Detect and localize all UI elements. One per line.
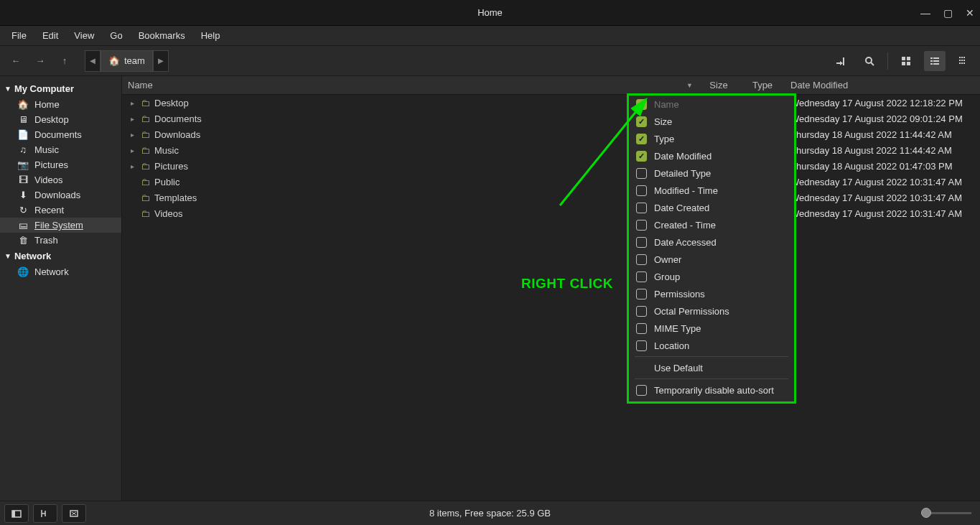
ctx-use-default[interactable]: Use Default bbox=[629, 359, 794, 376]
svg-rect-10 bbox=[933, 60, 939, 62]
folder-icon: 🗀 bbox=[141, 177, 150, 187]
minimize-button[interactable]: — bbox=[920, 7, 930, 19]
ctx-item-created-time[interactable]: Created - Time bbox=[629, 216, 794, 233]
sidebar: ▼My Computer🏠Home🖥Desktop📄Documents♫Musi… bbox=[0, 76, 122, 501]
column-header-size[interactable]: Size bbox=[699, 80, 739, 90]
expand-icon[interactable]: ▸ bbox=[128, 162, 136, 170]
menu-help[interactable]: Help bbox=[194, 27, 228, 44]
expand-icon[interactable]: ▸ bbox=[128, 115, 136, 123]
folder-icon: 🗀 bbox=[141, 145, 150, 156]
maximize-button[interactable]: ▢ bbox=[943, 7, 953, 19]
checkbox-icon bbox=[636, 271, 647, 282]
sidebar-item-downloads[interactable]: ⬇Downloads bbox=[0, 187, 121, 203]
checkbox-icon bbox=[636, 340, 647, 351]
sidebar-item-file-system[interactable]: 🖴File System bbox=[0, 218, 121, 233]
path-next-button[interactable]: ► bbox=[153, 50, 169, 72]
ctx-item-permissions[interactable]: Permissions bbox=[629, 285, 794, 302]
ctx-item-mime-type[interactable]: MIME Type bbox=[629, 320, 794, 337]
sidebar-item-trash[interactable]: 🗑Trash bbox=[0, 233, 121, 248]
folder-icon: 🗀 bbox=[141, 98, 150, 108]
sidebar-item-network[interactable]: 🌐Network bbox=[0, 264, 121, 279]
sidebar-item-home[interactable]: 🏠Home bbox=[0, 97, 121, 112]
ctx-item-owner[interactable]: Owner bbox=[629, 251, 794, 268]
menu-view[interactable]: View bbox=[67, 27, 101, 44]
close-sidebar-button[interactable] bbox=[62, 504, 86, 523]
menu-bookmarks[interactable]: Bookmarks bbox=[131, 27, 192, 44]
network-icon: 🌐 bbox=[17, 266, 29, 277]
column-header-date[interactable]: Date Modified bbox=[786, 80, 980, 90]
sidebar-item-documents[interactable]: 📄Documents bbox=[0, 127, 121, 142]
filesystem-icon: 🖴 bbox=[17, 220, 29, 231]
column-header-type[interactable]: Type bbox=[739, 80, 786, 90]
documents-icon: 📄 bbox=[17, 129, 29, 140]
show-tree-button[interactable] bbox=[33, 504, 57, 523]
ctx-item-detailed-type[interactable]: Detailed Type bbox=[629, 164, 794, 182]
checkbox-icon bbox=[636, 289, 647, 299]
sidebar-item-videos[interactable]: 🎞Videos bbox=[0, 172, 121, 187]
file-date: Wednesday 17 August 2022 09:01:24 PM bbox=[786, 113, 980, 124]
svg-rect-11 bbox=[930, 63, 933, 65]
svg-line-22 bbox=[560, 99, 646, 205]
back-button[interactable]: ← bbox=[6, 51, 26, 71]
file-date: Thursday 18 August 2022 11:44:42 AM bbox=[786, 129, 980, 140]
ctx-item-location[interactable]: Location bbox=[629, 337, 794, 354]
svg-rect-8 bbox=[933, 57, 939, 59]
checkbox-icon bbox=[636, 254, 647, 265]
file-name: Music bbox=[154, 145, 179, 156]
file-name: Downloads bbox=[154, 129, 200, 140]
recent-icon: ↻ bbox=[17, 205, 29, 215]
file-date: Wednesday 17 August 2022 10:31:47 AM bbox=[786, 208, 980, 219]
titlebar: Home — ▢ ✕ bbox=[0, 0, 980, 26]
separator bbox=[635, 378, 788, 379]
sidebar-group-header[interactable]: ▼My Computer bbox=[0, 80, 121, 97]
menu-go[interactable]: Go bbox=[103, 27, 129, 44]
downloads-icon: ⬇ bbox=[17, 190, 29, 200]
ctx-item-date-created[interactable]: Date Created bbox=[629, 199, 794, 216]
expand-icon[interactable]: ▸ bbox=[128, 147, 136, 154]
path-prev-button[interactable]: ◄ bbox=[85, 50, 101, 72]
sidebar-item-pictures[interactable]: 📷Pictures bbox=[0, 157, 121, 172]
zoom-slider[interactable] bbox=[921, 512, 971, 514]
sidebar-item-desktop[interactable]: 🖥Desktop bbox=[0, 112, 121, 127]
ctx-disable-autosort[interactable]: Temporarily disable auto-sort bbox=[629, 381, 794, 399]
toggle-location-button[interactable] bbox=[830, 51, 851, 71]
sidebar-group-header[interactable]: ▼Network bbox=[0, 248, 121, 264]
svg-rect-6 bbox=[907, 62, 910, 65]
folder-icon: 🗀 bbox=[141, 208, 150, 219]
expand-icon[interactable]: ▸ bbox=[128, 99, 136, 107]
ctx-item-group[interactable]: Group bbox=[629, 268, 794, 285]
file-name: Pictures bbox=[154, 161, 188, 172]
ctx-item-modified-time[interactable]: Modified - Time bbox=[629, 182, 794, 199]
file-name: Desktop bbox=[154, 98, 189, 108]
compact-view-button[interactable] bbox=[953, 51, 974, 71]
expand-icon[interactable]: ▸ bbox=[128, 131, 136, 139]
ctx-item-date-modified[interactable]: Date Modified bbox=[629, 147, 794, 164]
forward-button[interactable]: → bbox=[30, 51, 50, 71]
menu-edit[interactable]: Edit bbox=[35, 27, 65, 44]
sidebar-item-music[interactable]: ♫Music bbox=[0, 142, 121, 157]
menubar: File Edit View Go Bookmarks Help bbox=[0, 26, 980, 46]
svg-rect-7 bbox=[930, 57, 933, 59]
ctx-item-type[interactable]: Type bbox=[629, 130, 794, 147]
menu-file[interactable]: File bbox=[4, 27, 34, 44]
path-segment-home[interactable]: 🏠 team bbox=[101, 50, 153, 72]
list-view-button[interactable] bbox=[924, 51, 946, 71]
file-name: Templates bbox=[154, 192, 197, 203]
svg-rect-21 bbox=[963, 62, 965, 64]
column-header-name[interactable]: Name ▼ bbox=[122, 80, 699, 90]
icon-view-button[interactable] bbox=[895, 51, 917, 71]
show-places-button[interactable] bbox=[4, 504, 29, 523]
desktop-icon: 🖥 bbox=[17, 114, 29, 125]
home-icon: 🏠 bbox=[108, 55, 120, 66]
trash-icon: 🗑 bbox=[17, 235, 29, 246]
file-name: Documents bbox=[154, 113, 202, 124]
up-button[interactable]: ↑ bbox=[55, 51, 75, 71]
close-button[interactable]: ✕ bbox=[966, 7, 974, 19]
search-button[interactable] bbox=[859, 51, 880, 71]
ctx-item-size[interactable]: Size bbox=[629, 113, 794, 130]
folder-icon: 🗀 bbox=[141, 161, 150, 172]
ctx-item-octal-permissions[interactable]: Octal Permissions bbox=[629, 302, 794, 320]
checkbox-icon bbox=[636, 220, 647, 231]
ctx-item-date-accessed[interactable]: Date Accessed bbox=[629, 233, 794, 251]
sidebar-item-recent[interactable]: ↻Recent bbox=[0, 203, 121, 218]
